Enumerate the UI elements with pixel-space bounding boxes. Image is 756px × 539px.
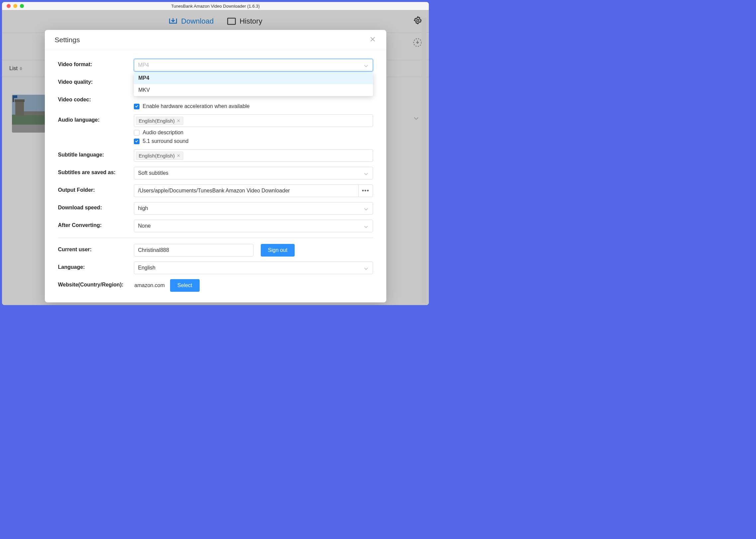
audio-description-label: Audio description [143, 130, 184, 136]
language-label: Language: [58, 262, 134, 270]
audio-language-tag[interactable]: English(English) ✕ [136, 117, 183, 125]
check-icon [135, 138, 139, 144]
website-label: Website(Country/Region): [58, 279, 134, 288]
subtitle-language-tag-text: English(English) [139, 153, 175, 159]
current-user-field: Christinal888 [134, 244, 253, 257]
video-format-option-mkv[interactable]: MKV [134, 84, 373, 96]
chevron-down-icon [364, 206, 369, 211]
close-window-button[interactable] [7, 4, 11, 8]
ellipsis-icon: ••• [362, 187, 369, 194]
output-folder-path[interactable]: /Users/apple/Documents/TunesBank Amazon … [134, 184, 358, 197]
download-speed-label: Download speed: [58, 202, 134, 211]
language-value: English [138, 265, 364, 271]
browse-folder-button[interactable]: ••• [358, 184, 373, 197]
audio-description-checkbox[interactable] [134, 130, 140, 136]
subtitle-language-label: Subtitle language: [58, 149, 134, 158]
audio-language-select[interactable]: English(English) ✕ [134, 114, 373, 127]
hw-accel-checkbox[interactable] [134, 104, 140, 109]
after-converting-select[interactable]: None [134, 220, 373, 232]
sign-out-button[interactable]: Sign out [261, 244, 295, 257]
modal-title: Settings [55, 36, 80, 44]
chevron-down-icon [364, 171, 369, 175]
subtitle-language-tag[interactable]: English(English) ✕ [136, 152, 183, 160]
subtitles-saved-as-value: Soft subtitles [138, 170, 364, 176]
video-format-select[interactable]: MP4 [134, 59, 373, 71]
website-select-button[interactable]: Select [170, 279, 199, 292]
chevron-down-icon [364, 63, 369, 67]
after-converting-label: After Converting: [58, 220, 134, 228]
chevron-down-icon [364, 266, 369, 270]
close-modal-button[interactable] [369, 36, 376, 44]
window-title: TunesBank Amazon Video Downloader (1.6.3… [5, 4, 425, 9]
current-user-label: Current user: [58, 244, 134, 253]
maximize-window-button[interactable] [20, 4, 24, 8]
subtitles-saved-as-select[interactable]: Soft subtitles [134, 167, 373, 179]
settings-modal: Settings Video format: [45, 30, 386, 302]
subtitles-saved-as-label: Subtitles are saved as: [58, 167, 134, 175]
audio-language-label: Audio language: [58, 114, 134, 123]
website-value: amazon.com [134, 282, 166, 288]
download-speed-select[interactable]: high [134, 202, 373, 215]
video-quality-label: Video quality: [58, 76, 134, 85]
output-folder-label: Output Folder: [58, 184, 134, 193]
video-format-label: Video format: [58, 59, 134, 67]
divider [58, 238, 373, 238]
minimize-window-button[interactable] [13, 4, 17, 8]
surround-sound-checkbox[interactable] [134, 139, 140, 144]
language-select[interactable]: English [134, 262, 373, 274]
remove-tag-icon[interactable]: ✕ [177, 154, 180, 158]
video-codec-label: Video codec: [58, 94, 134, 103]
titlebar: TunesBank Amazon Video Downloader (1.6.3… [2, 2, 429, 10]
check-icon [135, 103, 139, 109]
video-format-value: MP4 [138, 62, 364, 68]
close-icon [370, 37, 375, 43]
surround-sound-label: 5.1 surround sound [143, 138, 189, 144]
video-format-dropdown-panel: MP4 MKV [134, 72, 373, 96]
video-format-option-mp4[interactable]: MP4 [134, 72, 373, 84]
remove-tag-icon[interactable]: ✕ [177, 119, 180, 123]
download-speed-value: high [138, 205, 364, 211]
subtitle-language-select[interactable]: English(English) ✕ [134, 149, 373, 162]
current-user-value: Christinal888 [138, 247, 169, 253]
hw-accel-label: Enable hardware acceleration when availa… [143, 103, 250, 109]
audio-language-tag-text: English(English) [139, 118, 175, 124]
chevron-down-icon [364, 224, 369, 228]
after-converting-value: None [138, 223, 364, 229]
